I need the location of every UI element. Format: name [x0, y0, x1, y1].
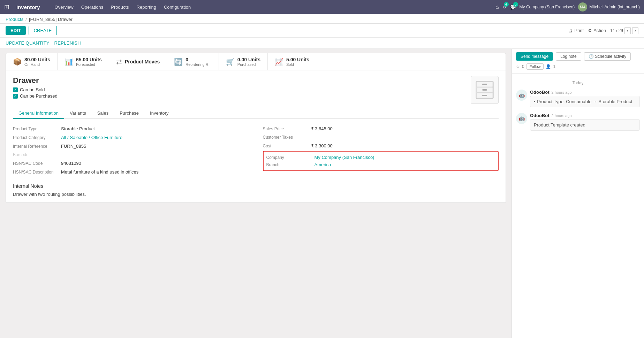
message-2: 🤖 OdooBot 2 hours ago Product Template c… — [516, 113, 640, 131]
log-note-button[interactable]: Log note — [556, 52, 581, 61]
content-area: 📦 80.00 Units On Hand 📊 65.00 Units Fore… — [0, 49, 512, 338]
menu-overview[interactable]: Overview — [51, 3, 77, 11]
svg-rect-2 — [482, 84, 487, 85]
menu-configuration[interactable]: Configuration — [160, 3, 194, 11]
action-bar: EDIT CREATE 🖨 Print ⚙ Action 11 / 29 ‹ › — [0, 24, 644, 38]
product-image — [471, 76, 499, 104]
chatter-panel: Send message Log note 🕐 Schedule activit… — [512, 49, 644, 338]
users-icon: 👤 — [546, 64, 551, 69]
tab-purchase[interactable]: Purchase — [114, 108, 144, 119]
stat-forecasted[interactable]: 📊 65.00 Units Forecasted — [58, 53, 109, 70]
send-message-button[interactable]: Send message — [516, 52, 553, 61]
can-be-purchased-label: Can be Purchased — [20, 93, 58, 99]
chatter-meta: ☆ 0 Follow 👤 1 — [516, 63, 555, 70]
moves-icon: ⇄ — [116, 57, 122, 66]
chatter-actions: Send message Log note 🕐 Schedule activit… — [512, 49, 644, 74]
message-sender-1: OdooBot — [530, 90, 550, 95]
branch-row: Branch America — [266, 161, 495, 168]
navbar-right: ⌂ ↺4 💬5 My Company (San Francisco) MA Mi… — [495, 2, 640, 11]
purchased-value: 0.00 Units — [237, 57, 260, 62]
stat-sold[interactable]: 📈 5.00 Units Sold — [268, 53, 317, 70]
form-left: Product Type Storable Product Product Ca… — [13, 124, 249, 176]
print-button[interactable]: 🖨 Print — [568, 28, 584, 33]
clock-icon[interactable]: ↺4 — [502, 4, 507, 10]
breadcrumb-separator: / — [25, 17, 27, 22]
product-category-value[interactable]: All / Saleable / Office Furniture — [61, 135, 122, 140]
follow-button[interactable]: Follow — [526, 63, 544, 70]
breadcrumb-parent[interactable]: Products — [6, 17, 23, 22]
clock-small-icon: 🕐 — [589, 54, 594, 59]
chat-icon[interactable]: 💬5 — [510, 4, 516, 10]
internal-ref-label: Internal Reference — [13, 144, 58, 149]
menu-operations[interactable]: Operations — [78, 3, 107, 11]
grid-icon[interactable]: ⊞ — [4, 3, 9, 11]
app-name: Inventory — [16, 4, 40, 10]
message-time-2: 2 hours ago — [552, 114, 572, 118]
nav-position: 11 / 29 — [610, 28, 623, 33]
user-menu[interactable]: MA Mitchell Admin (int_branch) — [578, 2, 640, 11]
replenish-button[interactable]: REPLENISH — [54, 39, 81, 47]
update-quantity-button[interactable]: UPDATE QUANTITY — [6, 39, 50, 47]
sales-price-row: Sales Price ₹ 3,645.00 — [263, 124, 499, 133]
notes-title: Internal Notes — [13, 183, 499, 189]
tab-general-information[interactable]: General Information — [13, 108, 64, 119]
update-bar: UPDATE QUANTITY REPLENISH — [0, 38, 644, 49]
product-type-value: Storable Product — [61, 126, 95, 131]
next-button[interactable]: › — [632, 27, 638, 34]
sales-price-value: ₹ 3,645.00 — [311, 126, 333, 131]
stat-product-moves[interactable]: ⇄ Product Moves — [109, 54, 167, 69]
gear-icon: ⚙ — [588, 28, 592, 33]
tab-sales[interactable]: Sales — [92, 108, 114, 119]
tab-inventory[interactable]: Inventory — [144, 108, 174, 119]
cost-label: Cost — [263, 144, 308, 148]
company-branch-box: Company My Company (San Francisco) Branc… — [263, 151, 499, 171]
message-avatar-1: 🤖 — [516, 90, 527, 101]
product-category-row: Product Category All / Saleable / Office… — [13, 133, 249, 142]
cost-row: Cost ₹ 3,300.00 — [263, 141, 499, 150]
action-button[interactable]: ⚙ Action — [588, 28, 606, 33]
menu-reporting[interactable]: Reporting — [133, 3, 160, 11]
tab-variants[interactable]: Variants — [64, 108, 92, 119]
can-be-purchased-row: Can be Purchased — [13, 93, 58, 99]
can-be-sold-label: Can be Sold — [20, 87, 45, 92]
on-hand-value: 80.00 Units — [24, 57, 50, 62]
stat-on-hand[interactable]: 📦 80.00 Units On Hand — [6, 53, 58, 70]
hsn-code-row: HSN/SAC Code 94031090 — [13, 159, 249, 168]
message-content-1: OdooBot 2 hours ago • Product Type: Cons… — [530, 90, 640, 107]
can-be-purchased-checkbox[interactable] — [13, 94, 18, 99]
product-info: Drawer Can be Sold Can be Purchased — [13, 76, 58, 100]
hsn-code-value: 94031090 — [61, 161, 81, 166]
action-right: 🖨 Print ⚙ Action 11 / 29 ‹ › — [568, 27, 638, 34]
stat-purchased[interactable]: 🛒 0.00 Units Purchased — [219, 53, 268, 70]
user-name: Mitchell Admin (int_branch) — [589, 5, 640, 9]
internal-ref-row: Internal Reference FURN_8855 — [13, 142, 249, 151]
purchased-label: Purchased — [237, 62, 260, 67]
create-button[interactable]: CREATE — [29, 26, 57, 35]
sales-price-label: Sales Price — [263, 126, 308, 131]
product-tabs: General Information Variants Sales Purch… — [13, 108, 499, 119]
customer-taxes-row: Customer Taxes — [263, 133, 499, 141]
message-content-2: OdooBot 2 hours ago Product Template cre… — [530, 113, 640, 131]
cost-value: ₹ 3,300.00 — [311, 143, 333, 148]
main-menu: Overview Operations Products Reporting C… — [51, 3, 195, 11]
company-value[interactable]: My Company (San Francisco) — [315, 155, 374, 160]
can-be-sold-row: Can be Sold — [13, 87, 58, 92]
home-icon[interactable]: ⌂ — [495, 4, 499, 10]
reorder-label: Reordering R... — [185, 62, 212, 67]
product-header: Drawer Can be Sold Can be Purchased — [13, 76, 499, 104]
breadcrumb-current: [FURN_8855] Drawer — [29, 17, 73, 22]
can-be-sold-checkbox[interactable] — [13, 87, 18, 92]
purchased-icon: 🛒 — [226, 57, 235, 66]
bullet-icon-1: • — [534, 99, 536, 104]
prev-button[interactable]: ‹ — [624, 27, 631, 34]
forecasted-icon: 📊 — [65, 57, 73, 66]
menu-products[interactable]: Products — [107, 3, 132, 11]
schedule-activity-button[interactable]: 🕐 Schedule activity — [584, 52, 631, 61]
branch-value[interactable]: America — [315, 162, 331, 167]
barcode-row: Barcode — [13, 151, 249, 159]
form-section: Product Type Storable Product Product Ca… — [13, 124, 499, 176]
stat-reordering[interactable]: 🔄 0 Reordering R... — [167, 53, 219, 70]
edit-button[interactable]: EDIT — [6, 26, 26, 35]
navbar: ⊞ Inventory Overview Operations Products… — [0, 0, 644, 14]
company-label: Company — [266, 155, 312, 160]
